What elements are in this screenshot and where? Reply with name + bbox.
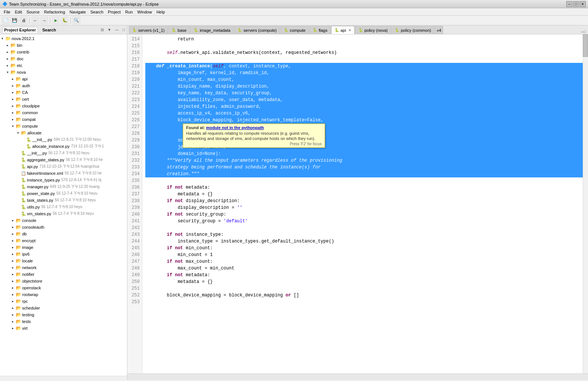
code-line-246[interactable]: min_count = 1 [145, 252, 585, 258]
tree-item-network[interactable]: ▸📂network [0, 264, 127, 271]
tree-arrow[interactable]: ▸ [12, 286, 16, 290]
menu-run[interactable]: Run [123, 9, 135, 15]
tree-item-cloudpipe[interactable]: ▸📂cloudpipe [0, 103, 127, 109]
tree-arrow[interactable]: ▸ [12, 279, 16, 283]
vscroll-thumb[interactable] [583, 34, 588, 57]
tree-item-common[interactable]: ▸📂common [0, 109, 127, 116]
tab-flags[interactable]: 🐍 flags [309, 26, 331, 34]
code-line-253[interactable] [145, 299, 585, 305]
code-line-214[interactable]: return [145, 36, 585, 43]
code-line-237[interactable]: metadata = {} [145, 191, 585, 198]
tree-arrow[interactable]: ▸ [12, 225, 16, 229]
code-line-240[interactable]: if not security_group: [145, 211, 585, 218]
tab-servers-v1[interactable]: 🐍 servers (v1_1) [129, 26, 168, 34]
code-line-221[interactable]: display_name, display_description, [145, 83, 585, 90]
tree-arrow[interactable]: ▾ [1, 37, 5, 40]
tree-item-locale[interactable]: ▸📂locale [0, 257, 127, 264]
close-btn[interactable]: ✕ [580, 1, 586, 7]
tree-item-compute[interactable]: ▾📂compute [0, 123, 127, 129]
code-line-226[interactable]: block_device_mapping, injected_network_t… [145, 117, 585, 124]
code-line-247[interactable]: if not max_count: [145, 258, 585, 265]
tree-item-db[interactable]: ▸📂db [0, 231, 127, 237]
tree-arrow[interactable]: ▸ [12, 118, 16, 121]
tree-arrow[interactable]: ▸ [12, 299, 16, 303]
tree-arrow[interactable]: ▾ [12, 124, 16, 128]
menu-help[interactable]: Help [154, 9, 167, 15]
tree-item-cert[interactable]: ▸📂cert [0, 96, 127, 103]
tab-base[interactable]: 🐍 base [168, 26, 190, 34]
minimize-btn[interactable]: ─ [566, 1, 572, 7]
tree-item-utils_py[interactable]: 🐍utils.py56 12-7-4 下午8:10 heyu [0, 204, 127, 210]
code-content[interactable]: return self.network_api.validate_network… [142, 34, 588, 374]
code-line-243[interactable]: if not instance_type: [145, 231, 585, 238]
tree-item-rpc[interactable]: ▸📂rpc [0, 298, 127, 305]
code-line-244[interactable]: instance_type = instance_types.get_defau… [145, 238, 585, 245]
tree-item-encrypt[interactable]: ▸📂encrypt [0, 237, 127, 244]
code-line-252[interactable]: block_device_mapping = block_device_mapp… [145, 292, 585, 299]
tree-arrow[interactable]: ▸ [12, 293, 16, 296]
code-line-251[interactable] [145, 285, 585, 292]
code-line-217[interactable] [145, 56, 585, 63]
tree-item-api[interactable]: ▸📂api [0, 76, 127, 82]
tree-item-instance_types_py[interactable]: 🐍instance_types.py576 12-8-14 下午4:41 bj [0, 177, 127, 183]
tree-item-__init___py[interactable]: 🐍__init__.py56 12-7-4 下午8:10 heyu [0, 150, 127, 156]
tree-item-openstack[interactable]: ▸📂openstack [0, 284, 127, 291]
code-line-215[interactable] [145, 43, 585, 49]
tree-item-testing[interactable]: ▸📂testing [0, 311, 127, 318]
tree-item-contrib[interactable]: ▸📂contrib [0, 49, 127, 55]
toolbar-new-btn[interactable]: 📄 [1, 16, 10, 25]
tree-item-__init___py[interactable]: 🐍__init__.py594 12-8-21 下午12:00 heyu [0, 136, 127, 143]
menu-file[interactable]: File [1, 9, 13, 15]
tree-item-bin[interactable]: ▸📂bin [0, 42, 127, 49]
toolbar-back-btn[interactable]: ← [31, 16, 39, 25]
sidebar-min-btn[interactable]: — [115, 28, 119, 32]
tree-arrow[interactable]: ▸ [12, 320, 16, 323]
toolbar-run-btn[interactable]: ▶ [52, 16, 60, 25]
tab-compute[interactable]: 🐍 compute [281, 26, 309, 34]
tree-item-aggregate_states_py[interactable]: 🐍aggregate_states.py56 12-7-4 下午8:10 he [0, 156, 127, 163]
tree-item-api_py[interactable]: 🐍api.py716 12-10-15 下午12:54 huangchua [0, 163, 127, 170]
code-line-224[interactable]: injected_files, admin_password, [145, 103, 585, 110]
tree-item-compat[interactable]: ▸📂compat [0, 116, 127, 123]
code-line-225[interactable]: access_ip_v4, access_ip_v6, [145, 110, 585, 117]
toolbar-debug-btn[interactable]: 🐛 [61, 16, 69, 25]
tree-arrow[interactable]: ▸ [12, 84, 16, 88]
tree-item-nova_2012_1[interactable]: ▾📁nova-2012.1 [0, 35, 127, 42]
tree-item-fakevirtinstance_xml[interactable]: 📋fakevirtinstance.xml56 12-7-4 下午8:10 he [0, 170, 127, 177]
tree-item-allocate_instance_py[interactable]: 🐍allocate_instance.py714 12-10-15 下午1 [0, 143, 127, 150]
tab-overflow[interactable]: »4 [435, 26, 443, 34]
menu-window[interactable]: Window [135, 9, 154, 15]
tree-item-consoleauth[interactable]: ▸📂consoleauth [0, 224, 127, 231]
tree-arrow[interactable]: ▸ [12, 77, 16, 81]
tree-item-virt[interactable]: ▸📂virt [0, 325, 127, 332]
tree-item-objectstore[interactable]: ▸📂objectstore [0, 278, 127, 284]
toolbar-print-btn[interactable]: 🖨 [19, 16, 28, 25]
tree-arrow[interactable]: ▸ [7, 64, 10, 67]
code-line-222[interactable]: key_name, key_data, security_group, [145, 90, 585, 97]
editor-vscroll[interactable] [583, 34, 588, 374]
tree-arrow[interactable]: ▸ [12, 272, 16, 276]
tree-item-etc[interactable]: ▸📂etc [0, 62, 127, 69]
tree-arrow[interactable]: ▾ [17, 131, 21, 135]
tree-item-auth[interactable]: ▸📂auth [0, 82, 127, 89]
tree-item-task_states_py[interactable]: 🐍task_states.py56 12-7-4 下午8:10 heyu [0, 197, 127, 204]
tree-arrow[interactable]: ▾ [7, 70, 10, 74]
tree-item-CA[interactable]: ▸📂CA [0, 89, 127, 96]
tree-item-ipv6[interactable]: ▸📂ipv6 [0, 251, 127, 257]
tree-arrow[interactable]: ▸ [12, 239, 16, 243]
code-line-245[interactable]: if not min_count: [145, 245, 585, 252]
sidebar-max-btn[interactable]: □ [122, 28, 125, 32]
tree-arrow[interactable]: ▸ [12, 266, 16, 269]
menu-navigate[interactable]: Navigate [67, 9, 88, 15]
tree-arrow[interactable]: ▸ [7, 43, 10, 47]
tab-api[interactable]: 🐍 api ✕ [331, 26, 355, 34]
code-line-239[interactable]: display_description = '' [145, 204, 585, 211]
sidebar-tree[interactable]: ▾📁nova-2012.1▸📂bin▸📂contrib▸📂doc▸📂etc▾📂n… [0, 34, 127, 376]
editor-min-btn[interactable]: — [581, 30, 583, 34]
tree-item-allocate[interactable]: ▾📂allocate [0, 129, 127, 136]
tree-arrow[interactable]: ▸ [7, 50, 10, 54]
code-line-238[interactable]: if not display_description: [145, 198, 585, 204]
tree-item-power_state_py[interactable]: 🐍power_state.py56 12-7-4 下午8:10 heyu [0, 190, 127, 197]
tree-arrow[interactable]: ▸ [12, 91, 16, 94]
sidebar-tab-search[interactable]: Search [41, 27, 58, 33]
